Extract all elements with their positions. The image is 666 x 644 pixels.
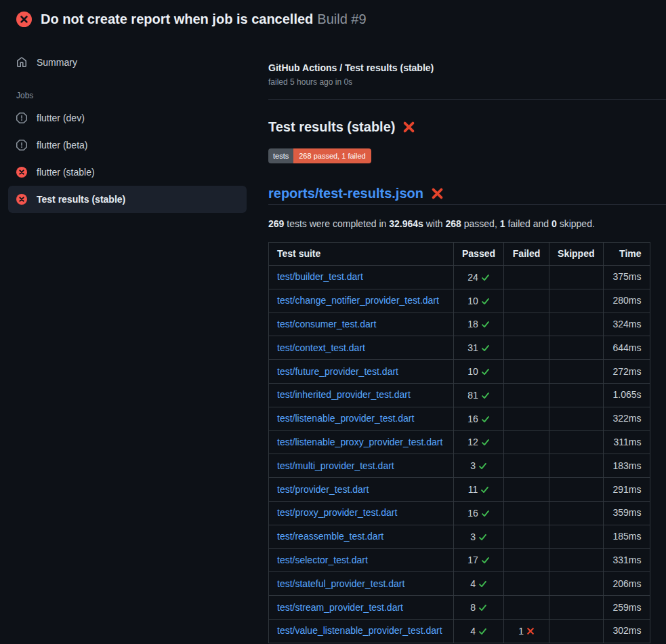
table-row: test/stream_provider_test.dart8259ms — [269, 596, 650, 620]
table-row: test/reassemble_test.dart3185ms — [269, 525, 650, 548]
column-header-passed: Passed — [454, 243, 504, 266]
sidebar-item-flutter-stable[interactable]: flutter (stable) — [8, 159, 247, 186]
passed-cell-value: 10 — [467, 365, 490, 379]
home-icon — [16, 57, 27, 68]
test-suite-link[interactable]: test/stream_provider_test.dart — [277, 602, 403, 613]
count-text: 16 — [467, 506, 478, 521]
test-suite-link[interactable]: test/builder_test.dart — [277, 271, 363, 282]
test-suite-cell: test/provider_test.dart — [269, 478, 454, 502]
report-file-link[interactable]: reports/test-results.json — [268, 184, 423, 203]
time-cell: 291ms — [603, 478, 650, 502]
skipped-cell — [549, 619, 603, 643]
count-text: 11 — [468, 483, 478, 497]
sidebar-item-flutter-beta[interactable]: flutter (beta) — [8, 132, 247, 159]
failed-cell — [504, 383, 549, 407]
count-text: 4 — [470, 624, 476, 639]
time-cell: 183ms — [603, 454, 650, 478]
skipped-cell — [549, 407, 603, 430]
test-suite-link[interactable]: test/selector_test.dart — [277, 555, 368, 565]
passed-cell-value: 4 — [470, 577, 487, 591]
count-text: 81 — [467, 388, 478, 403]
sidebar-item-label: flutter (dev) — [37, 113, 85, 123]
sidebar-item-label: flutter (beta) — [37, 140, 87, 150]
passed-cell: 10 — [454, 360, 504, 384]
test-suite-cell: test/reassemble_test.dart — [269, 525, 454, 548]
time-cell: 1.065s — [603, 383, 650, 407]
test-suite-link[interactable]: test/consumer_test.dart — [277, 319, 376, 329]
passed-cell-value: 3 — [470, 459, 487, 473]
sidebar-item-flutter-dev[interactable]: flutter (dev) — [8, 104, 247, 132]
time-cell: 272ms — [603, 360, 650, 384]
failed-cell — [504, 525, 549, 548]
time-cell: 185ms — [603, 525, 650, 548]
test-suite-link[interactable]: test/context_test.dart — [277, 342, 365, 353]
passed-cell: 16 — [454, 501, 504, 525]
time-cell: 206ms — [603, 572, 650, 596]
count-text: 10 — [467, 294, 478, 308]
count-text: 8 — [470, 601, 476, 615]
check-icon — [481, 391, 490, 400]
test-suite-link[interactable]: test/stateful_provider_test.dart — [277, 578, 404, 589]
test-suite-cell: test/stream_provider_test.dart — [269, 596, 454, 620]
github-checks-page: { "header": { "title": "Do not create re… — [0, 0, 666, 644]
test-suite-link[interactable]: test/value_listenable_provider_test.dart — [277, 625, 442, 636]
passed-cell-value: 17 — [467, 553, 490, 567]
table-row: test/listenable_proxy_provider_test.dart… — [269, 430, 650, 454]
test-suite-link[interactable]: test/listenable_provider_test.dart — [277, 413, 414, 424]
table-row: test/listenable_provider_test.dart16322m… — [269, 407, 650, 430]
failed-cell — [504, 430, 549, 454]
test-table-body: test/builder_test.dart24375mstest/change… — [269, 266, 650, 643]
skipped-cell — [549, 572, 603, 596]
skipped-cell — [549, 289, 603, 313]
status-text: failed 5 hours ago in 0s — [268, 76, 666, 88]
passed-cell: 17 — [454, 548, 504, 572]
passed-cell-value: 8 — [470, 601, 487, 615]
passed-cell-value: 24 — [467, 270, 490, 285]
passed-cell: 24 — [454, 266, 504, 289]
check-icon — [478, 627, 487, 636]
sidebar-item-test-results-stable[interactable]: Test results (stable) — [8, 186, 247, 213]
passed-cell: 31 — [454, 336, 504, 360]
check-icon — [481, 367, 490, 376]
passed-cell: 8 — [454, 596, 504, 620]
report-heading: reports/test-results.json — [268, 184, 666, 205]
failed-cell — [504, 289, 549, 313]
count-text: 3 — [470, 459, 476, 473]
build-title-text: Do not create report when job is cancell… — [41, 12, 313, 26]
check-icon — [478, 580, 487, 588]
summary-text: passed, — [461, 218, 500, 229]
check-icon — [481, 438, 490, 447]
sidebar-item-summary[interactable]: Summary — [8, 49, 247, 76]
test-suite-link[interactable]: test/provider_test.dart — [277, 484, 369, 495]
passed-cell: 16 — [454, 407, 504, 430]
column-header-test-suite: Test suite — [269, 243, 454, 266]
passed-cell-value: 31 — [467, 341, 490, 355]
test-suite-link[interactable]: test/reassemble_test.dart — [277, 531, 383, 542]
check-icon — [481, 556, 490, 565]
count-text: 24 — [467, 270, 478, 285]
count-text: 18 — [467, 317, 478, 331]
check-icon — [481, 509, 490, 518]
test-suite-link[interactable]: test/multi_provider_test.dart — [277, 460, 394, 471]
failed-cell — [504, 407, 549, 430]
test-suite-link[interactable]: test/future_provider_test.dart — [277, 366, 398, 377]
check-icon — [481, 297, 490, 306]
test-suite-link[interactable]: test/proxy_provider_test.dart — [277, 507, 397, 518]
passed-cell: 4 — [454, 619, 504, 643]
check-icon — [481, 273, 490, 282]
sidebar: Summary Jobs flutter (dev) flutter (beta… — [0, 38, 255, 213]
column-header-failed: Failed — [504, 243, 549, 266]
test-suite-cell: test/context_test.dart — [269, 336, 454, 360]
main-content: GitHub Actions / Test results (stable) f… — [268, 38, 666, 643]
test-suite-link[interactable]: test/listenable_proxy_provider_test.dart — [277, 437, 442, 447]
test-suite-link[interactable]: test/change_notifier_provider_test.dart — [277, 295, 439, 306]
test-suite-cell: test/stateful_provider_test.dart — [269, 572, 454, 596]
summary-passed: 268 — [446, 218, 461, 229]
passed-cell-value: 3 — [470, 530, 487, 544]
test-suite-link[interactable]: test/inherited_provider_test.dart — [277, 389, 411, 400]
passed-cell-value: 16 — [467, 506, 490, 521]
build-header: Do not create report when job is cancell… — [0, 0, 666, 38]
badge-value: 268 passed, 1 failed — [293, 148, 371, 163]
count-text: 4 — [470, 577, 476, 591]
failed-circle-icon — [16, 12, 32, 27]
